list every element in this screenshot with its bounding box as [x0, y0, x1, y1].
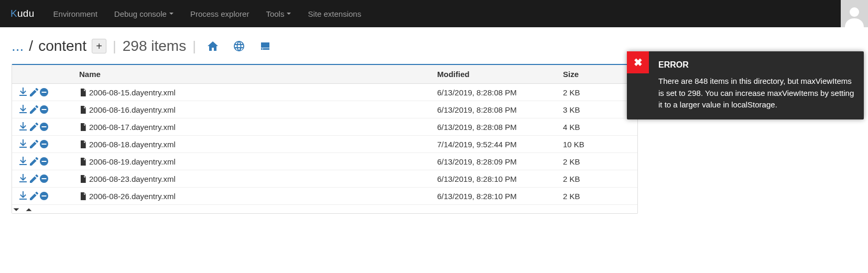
delete-button[interactable] [39, 122, 49, 132]
edit-button[interactable] [29, 139, 38, 149]
delete-button[interactable] [39, 139, 49, 149]
brand-letter: K [10, 8, 17, 19]
delete-button[interactable] [39, 191, 49, 201]
download-button[interactable] [18, 139, 28, 149]
cell-modified: 6/13/2019, 8:28:10 PM [433, 170, 559, 188]
toast-title: ERROR [658, 59, 854, 71]
cell-name[interactable]: 2006-08-17.dayentry.xml [75, 118, 433, 136]
file-icon [79, 123, 86, 131]
file-name: 2006-08-15.dayentry.xml [89, 88, 176, 97]
nav-item-tools[interactable]: Tools [257, 0, 299, 27]
globe-icon[interactable] [232, 39, 246, 53]
nav-item-process-explorer[interactable]: Process explorer [182, 0, 258, 27]
navbar-right [841, 0, 868, 27]
cell-modified: 7/14/2019, 9:52:44 PM [433, 136, 559, 153]
toast-close-button[interactable]: ✖ [627, 51, 649, 73]
delete-button[interactable] [39, 174, 49, 183]
nav-item-environment[interactable]: Environment [45, 0, 106, 27]
cell-modified: 6/13/2019, 8:28:09 PM [433, 153, 559, 170]
nav-item-debug-console[interactable]: Debug console [106, 0, 182, 27]
edit-button[interactable] [29, 174, 38, 183]
caret-icon [169, 13, 173, 15]
breadcrumb-separator: / [29, 38, 33, 54]
brand-rest: udu [17, 8, 35, 19]
home-icon[interactable] [205, 39, 220, 53]
nav-item-site-extensions[interactable]: Site extensions [299, 0, 370, 27]
cell-modified: 6/13/2019, 8:28:08 PM [433, 101, 559, 118]
table-header-row: Name Modified Size [12, 65, 637, 84]
edit-button[interactable] [29, 157, 38, 166]
edit-button[interactable] [29, 105, 38, 114]
avatar[interactable] [841, 0, 868, 27]
file-icon [79, 175, 86, 183]
edit-button[interactable] [29, 191, 38, 201]
cell-size: 4 KB [559, 118, 637, 136]
table-row: 2006-08-15.dayentry.xml6/13/2019, 8:28:0… [12, 84, 637, 101]
file-name: 2006-08-23.dayentry.xml [89, 174, 176, 183]
cell-name[interactable]: 2006-08-16.dayentry.xml [75, 101, 433, 118]
file-name: 2006-08-17.dayentry.xml [89, 123, 176, 132]
cell-name[interactable]: 2006-08-15.dayentry.xml [75, 84, 433, 101]
toast-body: ERROR There are 848 items in this direct… [649, 51, 864, 119]
brand[interactable]: Kudu [0, 0, 45, 27]
delete-button[interactable] [39, 157, 49, 166]
cell-name[interactable]: 2006-08-23.dayentry.xml [75, 170, 433, 188]
edit-button[interactable] [29, 122, 38, 132]
file-icon [79, 192, 86, 200]
navbar: Kudu EnvironmentDebug consoleProcess exp… [0, 0, 868, 27]
delete-button[interactable] [39, 105, 49, 114]
close-icon: ✖ [634, 56, 643, 69]
download-button[interactable] [18, 157, 28, 166]
cell-size: 2 KB [559, 170, 637, 188]
cell-name[interactable]: 2006-08-18.dayentry.xml [75, 136, 433, 153]
download-button[interactable] [18, 88, 28, 97]
cell-size: 2 KB [559, 188, 637, 205]
table-row: 2006-08-26.dayentry.xml6/13/2019, 8:28:1… [12, 188, 637, 205]
cell-size: 2 KB [559, 153, 637, 170]
cell-modified: 6/13/2019, 8:28:10 PM [433, 188, 559, 205]
cell-size: 3 KB [559, 101, 637, 118]
breadcrumb-prefix[interactable]: ... [12, 38, 24, 54]
cell-name[interactable]: 2006-08-19.dayentry.xml [75, 153, 433, 170]
divider: | [113, 38, 116, 54]
divider: | [192, 38, 196, 54]
cell-name[interactable]: 2006-08-26.dayentry.xml [75, 188, 433, 205]
download-button[interactable] [18, 105, 28, 114]
file-icon [79, 140, 86, 148]
file-panel: Name Modified Size 2006-08-15.dayentry.x… [12, 64, 638, 214]
svg-point-3 [850, 7, 859, 17]
file-name: 2006-08-16.dayentry.xml [89, 105, 176, 114]
table-row: 2006-08-17.dayentry.xml6/13/2019, 8:28:0… [12, 118, 637, 136]
chevron-up-icon[interactable] [24, 205, 34, 214]
avatar-icon [843, 4, 866, 27]
table-row: 2006-08-16.dayentry.xml6/13/2019, 8:28:0… [12, 101, 637, 118]
download-button[interactable] [18, 122, 28, 132]
file-name: 2006-08-19.dayentry.xml [89, 157, 176, 166]
file-icon [79, 89, 86, 96]
cell-size: 2 KB [559, 84, 637, 101]
toast-message: There are 848 items in this directory, b… [658, 75, 854, 111]
table-row: 2006-08-23.dayentry.xml6/13/2019, 8:28:1… [12, 170, 637, 188]
error-toast: ✖ ERROR There are 848 items in this dire… [627, 51, 864, 119]
download-button[interactable] [18, 191, 28, 201]
table-row: 2006-08-19.dayentry.xml6/13/2019, 8:28:0… [12, 153, 637, 170]
file-icon [79, 158, 86, 166]
cell-modified: 6/13/2019, 8:28:08 PM [433, 118, 559, 136]
header-actions [12, 65, 75, 84]
expand-toggle [12, 205, 856, 214]
item-count: 298 items [123, 38, 186, 54]
delete-button[interactable] [39, 88, 49, 97]
table-row: 2006-08-18.dayentry.xml7/14/2019, 9:52:4… [12, 136, 637, 153]
caret-icon [287, 13, 291, 15]
header-size: Size [559, 65, 637, 84]
chevron-down-icon[interactable] [12, 205, 21, 214]
new-item-button[interactable]: + [92, 39, 106, 53]
disk-icon[interactable] [258, 39, 273, 53]
edit-button[interactable] [29, 88, 38, 97]
file-name: 2006-08-26.dayentry.xml [89, 192, 176, 201]
header-name: Name [75, 65, 433, 84]
download-button[interactable] [18, 174, 28, 183]
breadcrumb-current: content [38, 38, 86, 54]
nav-items: EnvironmentDebug consoleProcess explorer… [45, 0, 370, 27]
file-name: 2006-08-18.dayentry.xml [89, 140, 176, 149]
